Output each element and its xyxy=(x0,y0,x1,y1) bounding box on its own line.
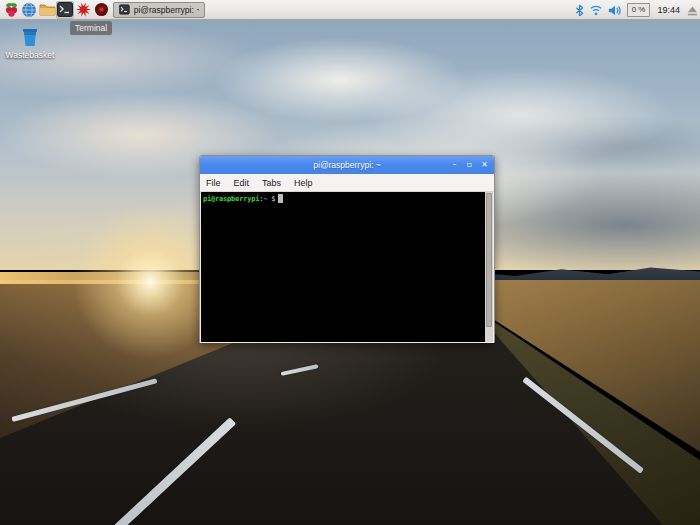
mathematica-launcher[interactable] xyxy=(74,1,92,19)
prompt-user-host: pi@raspberrypi xyxy=(203,195,259,203)
wolfram-icon xyxy=(94,2,109,17)
globe-icon xyxy=(21,2,37,18)
desktop-icon-wastebasket[interactable]: Wastebasket xyxy=(4,26,56,60)
folder-icon xyxy=(39,2,56,17)
terminal-window: pi@raspberrypi: ~ – ▫ ✕ File Edit Tabs H… xyxy=(199,155,495,343)
volume-icon[interactable] xyxy=(608,4,622,17)
wolfram-launcher[interactable] xyxy=(92,1,110,19)
tooltip: Terminal xyxy=(70,21,112,35)
terminal-mini-icon xyxy=(119,4,130,15)
taskbar: pi@raspberrypi: ~ 0 % 19:44 xyxy=(0,0,700,20)
wastebasket-label: Wastebasket xyxy=(4,50,56,60)
menu-raspberry-icon[interactable] xyxy=(2,1,20,19)
window-titlebar[interactable]: pi@raspberrypi: ~ – ▫ ✕ xyxy=(200,156,494,174)
wifi-icon[interactable] xyxy=(589,4,603,16)
mathematica-spikey-icon xyxy=(76,2,91,17)
eject-icon[interactable] xyxy=(687,5,698,16)
taskbar-window-button[interactable]: pi@raspberrypi: ~ xyxy=(113,2,205,18)
terminal-body: pi@raspberrypi:~ $ xyxy=(200,192,494,343)
file-manager-launcher[interactable] xyxy=(38,1,56,19)
browser-launcher[interactable] xyxy=(20,1,38,19)
prompt-symbol: $ xyxy=(267,195,275,203)
window-title: pi@raspberrypi: ~ xyxy=(313,160,380,170)
terminal-scrollbar[interactable] xyxy=(485,192,493,342)
menu-edit[interactable]: Edit xyxy=(234,178,250,188)
menu-file[interactable]: File xyxy=(206,178,221,188)
close-button[interactable]: ✕ xyxy=(479,160,490,171)
maximize-button[interactable]: ▫ xyxy=(464,160,475,171)
terminal-icon xyxy=(57,2,73,17)
cpu-monitor[interactable]: 0 % xyxy=(627,3,651,17)
taskbar-launchers: pi@raspberrypi: ~ xyxy=(0,0,205,19)
minimize-button[interactable]: – xyxy=(449,160,460,171)
terminal-screen[interactable]: pi@raspberrypi:~ $ xyxy=(201,192,485,342)
bluetooth-icon[interactable] xyxy=(575,4,584,17)
menu-help[interactable]: Help xyxy=(294,178,313,188)
taskbar-status-area: 0 % 19:44 xyxy=(575,0,698,20)
window-menubar: File Edit Tabs Help xyxy=(200,174,494,192)
clock[interactable]: 19:44 xyxy=(655,5,682,15)
raspberry-icon xyxy=(4,2,19,18)
taskbar-window-label: pi@raspberrypi: ~ xyxy=(134,5,199,15)
terminal-launcher[interactable] xyxy=(56,1,74,19)
window-controls: – ▫ ✕ xyxy=(449,156,490,174)
scrollbar-thumb[interactable] xyxy=(486,193,492,327)
wastebasket-icon xyxy=(19,26,41,48)
screen: Wastebasket xyxy=(0,0,700,525)
terminal-cursor xyxy=(278,194,283,203)
menu-tabs[interactable]: Tabs xyxy=(262,178,281,188)
